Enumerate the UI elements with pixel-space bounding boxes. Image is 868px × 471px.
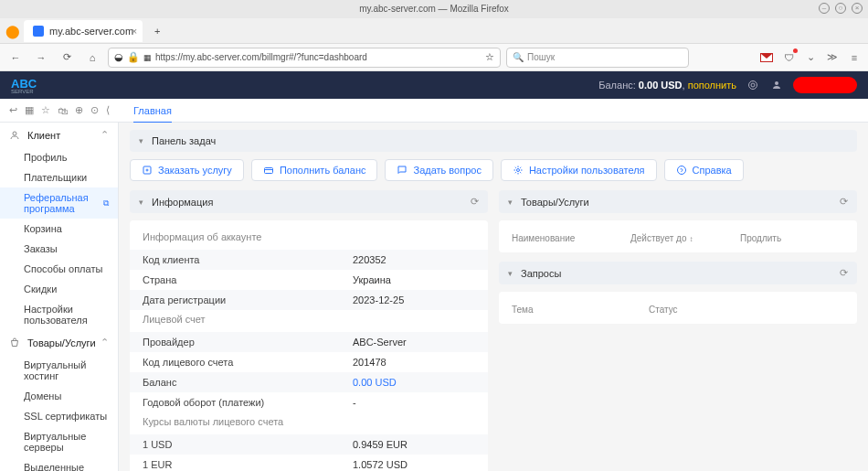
sidebar-item[interactable]: Виртуальные серверы	[0, 426, 118, 457]
sidebar-item[interactable]: Профиль	[0, 147, 118, 167]
bookmark-star-icon[interactable]: ☆	[485, 51, 494, 63]
toolbar-icons: ↩ ▦ ☆ 🛍 ⊕ ⊙ ⟨	[0, 104, 119, 117]
requests-col-subject[interactable]: Тема	[512, 305, 649, 315]
products-col-valid[interactable]: Действует до	[630, 233, 740, 243]
sidebar-section[interactable]: Товары/Услуги⌃	[0, 330, 118, 355]
reload-button[interactable]: ⟳	[57, 48, 77, 68]
requests-panel: Тема Статус	[499, 292, 857, 324]
support-icon[interactable]	[746, 78, 760, 92]
info-panel: Информация об аккаунте Код клиента220352…	[130, 220, 488, 471]
svg-point-0	[749, 81, 757, 90]
balance-display: Баланс: 0.00 USD, пополнить	[598, 80, 736, 91]
search-tool-icon[interactable]: ⊙	[90, 104, 99, 117]
balance-link[interactable]: 0.00 USD	[353, 377, 397, 388]
grid-icon[interactable]: ▦	[25, 104, 34, 117]
tab-close-icon[interactable]: ×	[132, 26, 137, 37]
personal-account-header: Лицевой счет	[130, 310, 488, 332]
action-button[interactable]: Справка	[664, 159, 744, 181]
collapse-toggle-icon[interactable]: ▾	[508, 269, 515, 278]
hamburger-menu-icon[interactable]: ≡	[846, 49, 863, 66]
breadcrumb-home[interactable]: Главная	[133, 105, 172, 123]
sidebar-item[interactable]: Реферальная программа⧉	[0, 187, 118, 219]
close-icon[interactable]: ×	[852, 3, 863, 14]
collapse-toggle-icon[interactable]: ▾	[139, 198, 146, 207]
collapse-toggle-icon[interactable]: ▾	[508, 198, 515, 207]
new-tab-button[interactable]: +	[146, 20, 168, 42]
info-row: 1 USD0.9459 EUR	[130, 434, 488, 455]
collapse-sidebar-icon[interactable]: ⟨	[106, 104, 110, 117]
info-panel-title[interactable]: ▾ Информация ⟳	[130, 190, 488, 213]
section-icon	[9, 337, 22, 348]
url-field[interactable]: ◒ 🔒 ▦ https://my.abc-server.com/billmgr#…	[108, 48, 501, 68]
svg-point-6	[516, 169, 519, 172]
back-nav-icon[interactable]: ↩	[9, 104, 17, 117]
action-button[interactable]: Пополнить баланс	[251, 159, 378, 181]
star-icon[interactable]: ☆	[41, 104, 50, 117]
sidebar-section[interactable]: Клиент⌃	[0, 123, 118, 147]
chevron-up-icon: ⌃	[101, 129, 109, 141]
search-field[interactable]: 🔍 Пошук	[506, 48, 689, 68]
requests-col-status[interactable]: Статус	[649, 305, 678, 315]
breadcrumb: Главная	[119, 105, 186, 116]
toolbar-row: ↩ ▦ ☆ 🛍 ⊕ ⊙ ⟨ Главная	[0, 99, 868, 123]
sidebar-item[interactable]: Настройки пользователя	[0, 299, 118, 330]
action-button[interactable]: Настройки пользователя	[501, 159, 657, 181]
search-placeholder: Пошук	[527, 52, 555, 62]
info-row: Дата регистрации2023-12-25	[130, 290, 488, 310]
products-col-name[interactable]: Наименование	[512, 233, 630, 243]
minimize-icon[interactable]: –	[819, 3, 830, 14]
sidebar-item[interactable]: Способы оплаты	[0, 259, 118, 279]
sidebar-item[interactable]: Плательщики	[0, 167, 118, 187]
tab-title: my.abc-server.com	[49, 26, 133, 37]
home-button[interactable]: ⌂	[82, 48, 102, 68]
refresh-icon[interactable]: ⟳	[840, 267, 848, 279]
sidebar-item[interactable]: Домены	[0, 386, 118, 406]
taskbar-panel-title[interactable]: ▾ Панель задач	[130, 130, 857, 152]
gmail-extension-icon[interactable]	[758, 49, 775, 66]
products-panel-title[interactable]: ▾ Товары/Услуги ⟳	[499, 190, 857, 213]
action-button[interactable]: Задать вопрос	[385, 159, 492, 181]
sidebar-item[interactable]: SSL cертификаты	[0, 406, 118, 426]
products-col-renew[interactable]: Продлить	[740, 233, 781, 243]
logo[interactable]: A​B​C SERVER	[11, 77, 37, 94]
back-button[interactable]: ←	[5, 48, 26, 68]
svg-rect-5	[264, 168, 272, 174]
sidebar-item[interactable]: Выделенные серверы	[0, 457, 118, 471]
svg-point-1	[751, 83, 755, 87]
action-icon	[142, 165, 153, 176]
lock-icon[interactable]: 🔒	[127, 51, 140, 63]
sidebar-item[interactable]: Скидки	[0, 279, 118, 299]
sidebar-item[interactable]: Заказы	[0, 239, 118, 259]
refresh-icon[interactable]: ⟳	[840, 196, 848, 208]
firefox-icon: ⬤	[5, 24, 20, 38]
forward-button[interactable]: →	[31, 48, 51, 68]
info-row: СтранаУкраина	[130, 270, 488, 290]
overflow-menu-icon[interactable]: ≫	[824, 49, 841, 66]
topup-link[interactable]: пополнить	[688, 80, 736, 91]
products-panel: Наименование Действует до Продлить	[499, 220, 857, 252]
requests-panel-title[interactable]: ▾ Запросы ⟳	[499, 262, 857, 284]
action-icon	[263, 165, 274, 176]
user-avatar[interactable]	[793, 77, 857, 93]
plus-icon[interactable]: ⊕	[75, 104, 83, 117]
notification-bell-icon[interactable]: 🛡	[780, 49, 797, 66]
rates-header: Курсы валюты лицевого счета	[130, 412, 488, 434]
refresh-icon[interactable]: ⟳	[471, 196, 479, 208]
info-row: ПровайдерABC-Server	[130, 332, 488, 352]
action-button[interactable]: Заказать услугу	[130, 159, 244, 181]
user-icon[interactable]	[769, 78, 784, 92]
info-row: Код лицевого счета201478	[130, 352, 488, 372]
maximize-icon[interactable]: ○	[835, 3, 846, 14]
cart-icon[interactable]: 🛍	[58, 104, 68, 117]
shield-icon[interactable]: ◒	[114, 51, 123, 63]
browser-tab[interactable]: my.abc-server.com ×	[24, 20, 143, 42]
info-row: Баланс0.00 USD	[130, 372, 488, 392]
pocket-icon[interactable]: ⌄	[802, 49, 819, 66]
external-link-icon: ⧉	[103, 198, 109, 209]
firefox-toolbar: ← → ⟳ ⌂ ◒ 🔒 ▦ https://my.abc-server.com/…	[0, 44, 868, 71]
sidebar-item[interactable]: Корзина	[0, 219, 118, 239]
sidebar-item[interactable]: Виртуальный хостинг	[0, 355, 118, 386]
action-icon	[513, 165, 524, 176]
collapse-toggle-icon[interactable]: ▾	[139, 136, 146, 145]
permissions-icon[interactable]: ▦	[143, 53, 152, 62]
